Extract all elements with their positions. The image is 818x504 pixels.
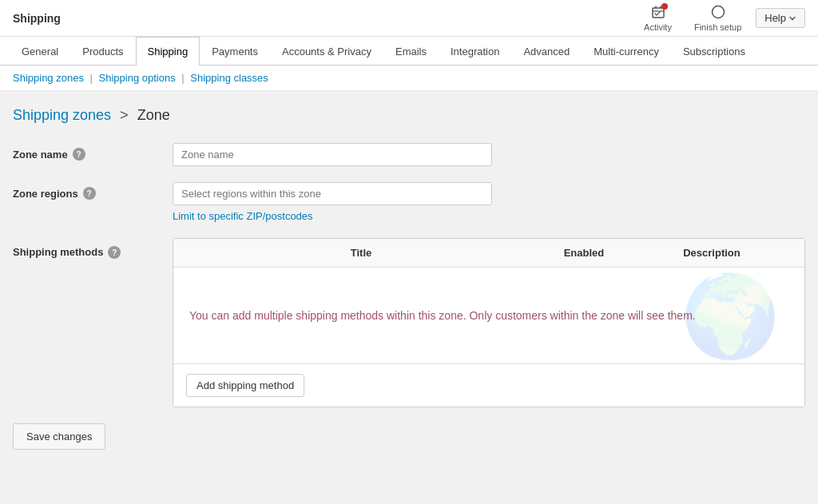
finish-setup-icon bbox=[711, 5, 725, 21]
col-header-enabled: Enabled bbox=[536, 247, 632, 259]
shipping-methods-row: Shipping methods ? Title Enabled Descrip… bbox=[13, 238, 805, 407]
breadcrumb-parent-link[interactable]: Shipping zones bbox=[13, 107, 111, 123]
zone-name-input[interactable] bbox=[173, 143, 492, 166]
chevron-down-icon bbox=[788, 14, 796, 22]
shipping-methods-label-col: Shipping methods ? bbox=[13, 238, 173, 259]
add-shipping-method-button[interactable]: Add shipping method bbox=[186, 374, 304, 397]
tab-products[interactable]: Products bbox=[70, 37, 135, 65]
zone-regions-field-col: Limit to specific ZIP/postcodes bbox=[173, 182, 805, 222]
subnav-shipping-classes[interactable]: Shipping classes bbox=[190, 72, 268, 84]
top-bar: Shipping Activity Finish setup bbox=[0, 0, 818, 37]
zone-regions-row: Zone regions ? Limit to specific ZIP/pos… bbox=[13, 182, 805, 222]
col-header-title: Title bbox=[186, 247, 536, 259]
subnav-separator-1: | bbox=[90, 72, 96, 84]
subnav-shipping-options[interactable]: Shipping options bbox=[99, 72, 176, 84]
subnav-separator-2: | bbox=[181, 72, 187, 84]
breadcrumb-current: Zone bbox=[137, 107, 170, 123]
tab-multi-currency[interactable]: Multi-currency bbox=[582, 37, 671, 65]
zone-name-field-col bbox=[173, 143, 805, 166]
save-row: Save changes bbox=[13, 423, 805, 450]
finish-setup-label: Finish setup bbox=[694, 22, 741, 32]
zone-name-label-col: Zone name ? bbox=[13, 143, 173, 161]
breadcrumb-separator: > bbox=[120, 107, 129, 123]
zone-regions-label: Zone regions bbox=[13, 188, 78, 200]
activity-label: Activity bbox=[644, 22, 672, 32]
tab-general[interactable]: General bbox=[10, 37, 70, 65]
zone-name-row: Zone name ? bbox=[13, 143, 805, 166]
main-content: Shipping zones > Zone Zone name ? Zone r… bbox=[0, 91, 818, 494]
sub-nav: Shipping zones | Shipping options | Ship… bbox=[0, 65, 818, 91]
save-changes-button[interactable]: Save changes bbox=[13, 423, 105, 450]
methods-empty-bg-icon: 🌍 bbox=[681, 276, 780, 355]
shipping-methods-label: Shipping methods bbox=[13, 246, 103, 258]
tab-emails[interactable]: Emails bbox=[383, 37, 439, 65]
tab-advanced[interactable]: Advanced bbox=[511, 37, 582, 65]
shipping-methods-help-icon[interactable]: ? bbox=[108, 246, 121, 259]
methods-add-row: Add shipping method bbox=[173, 363, 804, 407]
shipping-methods-table: Title Enabled Description 🌍 You can add … bbox=[173, 238, 805, 407]
app-title: Shipping bbox=[13, 12, 61, 25]
tab-subscriptions[interactable]: Subscriptions bbox=[671, 37, 757, 65]
tab-integration[interactable]: Integration bbox=[439, 37, 511, 65]
activity-icon-wrap bbox=[650, 5, 666, 21]
svg-rect-0 bbox=[653, 8, 664, 18]
activity-button[interactable]: Activity bbox=[636, 2, 680, 35]
top-bar-right: Activity Finish setup Help bbox=[636, 2, 805, 35]
svg-point-1 bbox=[712, 6, 724, 18]
tab-accounts-privacy[interactable]: Accounts & Privacy bbox=[270, 37, 383, 65]
zone-regions-label-col: Zone regions ? bbox=[13, 182, 173, 200]
methods-table-header: Title Enabled Description bbox=[173, 239, 804, 268]
tab-payments[interactable]: Payments bbox=[200, 37, 270, 65]
zone-regions-input[interactable] bbox=[173, 182, 492, 205]
help-label: Help bbox=[764, 12, 786, 24]
top-bar-left: Shipping bbox=[13, 12, 61, 25]
tab-bar: General Products Shipping Payments Accou… bbox=[0, 37, 818, 65]
methods-empty-text: You can add multiple shipping methods wi… bbox=[189, 307, 696, 324]
zone-name-help-icon[interactable]: ? bbox=[73, 148, 85, 161]
zone-name-label: Zone name bbox=[13, 149, 68, 161]
methods-empty-state: 🌍 You can add multiple shipping methods … bbox=[173, 268, 804, 363]
col-header-description: Description bbox=[632, 247, 792, 259]
activity-notification-dot bbox=[661, 3, 668, 10]
limit-zip-link[interactable]: Limit to specific ZIP/postcodes bbox=[173, 210, 805, 222]
zone-regions-help-icon[interactable]: ? bbox=[83, 187, 96, 200]
finish-setup-button[interactable]: Finish setup bbox=[686, 2, 749, 35]
help-button[interactable]: Help bbox=[756, 8, 805, 28]
tab-shipping[interactable]: Shipping bbox=[136, 37, 201, 65]
breadcrumb: Shipping zones > Zone bbox=[13, 107, 805, 124]
subnav-shipping-zones[interactable]: Shipping zones bbox=[13, 72, 84, 84]
